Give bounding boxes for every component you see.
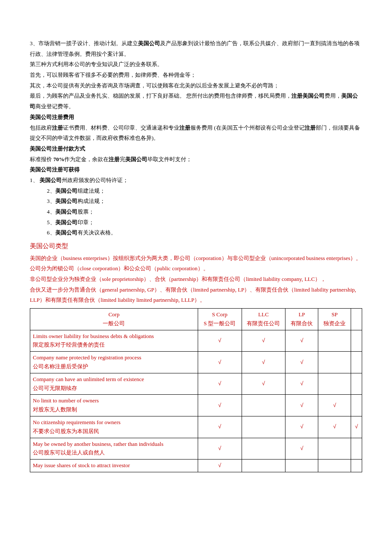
row-en: Company can have an unlimited term of ex… bbox=[33, 376, 144, 382]
check-cell: √ bbox=[351, 416, 362, 438]
para-red: 美国的企业（business enterprises）按组织形式分为两大类，即公… bbox=[30, 253, 362, 264]
table-row: Company can have an unlimited term of ex… bbox=[30, 373, 362, 395]
check-cell: √ bbox=[198, 330, 242, 352]
text: 组建法规； bbox=[78, 188, 105, 194]
para-red: 公司分为闭锁公司（close corporation）和公众公司（public … bbox=[30, 263, 362, 274]
text: 完 bbox=[120, 156, 125, 162]
text: 作为定金，余款在 bbox=[64, 156, 109, 162]
header-en: SP bbox=[331, 311, 337, 318]
text: 有关决议表格。 bbox=[78, 229, 116, 236]
obtain-list: 1、 美国公司州政府颁发的公司特许证； 2、美国公司组建法规； 3、美国公司构成… bbox=[30, 175, 362, 238]
text: 包括政府 bbox=[30, 124, 52, 131]
header-cn: 有限责任公司 bbox=[247, 320, 280, 327]
text-bold: 美国公司 bbox=[55, 229, 78, 236]
table-row: No citizenship requirements for owners不要… bbox=[30, 416, 362, 438]
check-cell bbox=[351, 460, 362, 472]
check-cell: √ bbox=[285, 438, 318, 460]
row-description: Company name protected by registration p… bbox=[30, 352, 198, 373]
header-corp: Corp 一般公司 bbox=[30, 309, 198, 330]
heading-payment-method: 美国公司注册付款方式 bbox=[30, 144, 362, 154]
check-cell bbox=[351, 438, 362, 460]
header-cn: 有限合伙 bbox=[291, 320, 313, 327]
check-cell bbox=[318, 330, 351, 352]
header-cn: 独资企业 bbox=[323, 320, 346, 327]
header-llc: LLC 有限责任公司 bbox=[242, 309, 285, 330]
table-row: May issue shares of stock to attract inv… bbox=[30, 460, 362, 472]
row-cn: 不要求公司股东为本国居民 bbox=[33, 428, 99, 434]
header-cn: S 型一般公司 bbox=[204, 320, 236, 327]
row-description: May be owned by another business, rather… bbox=[30, 438, 198, 460]
row-cn: 对股东无人数限制 bbox=[33, 406, 77, 413]
header-en: S Corp bbox=[212, 311, 227, 318]
header-lp: LP 有限合伙 bbox=[285, 309, 318, 330]
text: 服务费用 (在美国五十个州都设有公司企业登记 bbox=[190, 124, 305, 131]
header-extra bbox=[351, 309, 362, 330]
text: 最后，为顾客的产品及业务扎实、稳固的发展，打下良好基础。 您所付出的费用包含律师… bbox=[30, 92, 291, 99]
text: 构成法规； bbox=[78, 198, 105, 204]
header-en: Corp bbox=[108, 311, 119, 318]
table-row: Company name protected by registration p… bbox=[30, 352, 362, 373]
check-cell: √ bbox=[198, 395, 242, 416]
check-cell bbox=[318, 352, 351, 373]
text: 标准报价 bbox=[30, 156, 53, 162]
check-cell: √ bbox=[285, 416, 318, 438]
check-cell: √ bbox=[285, 395, 318, 416]
row-en: Limits owner liability for business debt… bbox=[33, 333, 154, 339]
text: 5、 bbox=[47, 219, 55, 225]
check-cell bbox=[242, 438, 285, 460]
para-red: 非公司型企业分为独资企业（sole proprietorship）、合伙（par… bbox=[30, 274, 362, 285]
para-last: 最后，为顾客的产品及业务扎实、稳固的发展，打下良好基础。 您所付出的费用包含律师… bbox=[30, 91, 362, 112]
text: 1、 bbox=[30, 177, 40, 183]
para-fee-detail: 包括政府注册证书费用、材料费、公司印章、交通速递和专业注册服务费用 (在美国五十… bbox=[30, 123, 362, 144]
check-cell bbox=[242, 395, 285, 416]
text-bold: 注册 bbox=[109, 156, 120, 162]
check-cell: √ bbox=[242, 330, 285, 352]
heading-registration-obtain: 美国公司注册可获得 bbox=[30, 165, 362, 175]
text-bold: 70% bbox=[53, 156, 64, 162]
para-second: 其次，本公司提供有关的业务咨询及市场调查，可以使顾客在北美的以后业务发展上避免不… bbox=[30, 81, 362, 91]
text: 印章； bbox=[78, 219, 94, 225]
table-row: No limit to number of owners对股东无人数限制√√√ bbox=[30, 395, 362, 416]
heading-registration-fee: 美国公司注册费用 bbox=[30, 112, 362, 123]
text: 州政府颁发的公司特许证； bbox=[62, 177, 128, 183]
check-cell bbox=[318, 373, 351, 395]
row-description: No citizenship requirements for owners不要… bbox=[30, 416, 198, 438]
row-description: Company can have an unlimited term of ex… bbox=[30, 373, 198, 395]
header-en: LLC bbox=[258, 311, 269, 318]
text-bold: 美国公司 bbox=[55, 198, 78, 204]
para-marketing: 3、市场营销一揽子设计、推动计划。从建立美国公司及产品形象到设计最恰当的广告，联… bbox=[30, 38, 362, 59]
list-item: 5、美国公司印章； bbox=[30, 217, 362, 228]
table-header-row: Corp 一般公司 S Corp S 型一般公司 LLC 有限责任公司 LP 有… bbox=[30, 309, 362, 330]
para-first: 首先，可以替顾客省下很多不必要的费用，如律师费、各种佣金等； bbox=[30, 70, 362, 81]
row-cn: 公司可无限期续存 bbox=[33, 385, 77, 391]
para-third-method: 第三种方式利用本公司的专业知识及广泛的业务联系。 bbox=[30, 59, 362, 70]
list-item: 4、美国公司股票； bbox=[30, 207, 362, 217]
text: 3、市场营销一揽子设计、推动计划。从建立 bbox=[30, 40, 138, 46]
text: 6、 bbox=[47, 229, 55, 236]
list-item: 2、美国公司组建法规； bbox=[30, 186, 362, 197]
check-cell bbox=[242, 416, 285, 438]
check-cell bbox=[351, 373, 362, 395]
list-item: 6、美国公司有关决议表格。 bbox=[30, 228, 362, 238]
check-cell: √ bbox=[242, 373, 285, 395]
text-bold: 美国公司 bbox=[55, 188, 78, 194]
check-cell: √ bbox=[198, 416, 242, 438]
text: 股票； bbox=[78, 208, 94, 215]
text: 商业登记费等。 bbox=[35, 103, 74, 110]
check-cell: √ bbox=[285, 352, 318, 373]
text-bold: 注册 bbox=[179, 124, 190, 131]
para-red: 合伙又进一步分为普通合伙（general partnership, GP）、有限… bbox=[30, 285, 362, 306]
list-item: 3、美国公司构成法规； bbox=[30, 196, 362, 207]
check-cell bbox=[351, 352, 362, 373]
row-cn: 公司名称注册后受保护 bbox=[33, 363, 88, 370]
list-item: 1、 美国公司州政府颁发的公司特许证； bbox=[30, 175, 362, 186]
text-bold: 美国公司 bbox=[55, 208, 78, 215]
row-description: No limit to number of owners对股东无人数限制 bbox=[30, 395, 198, 416]
row-en: Company name protected by registration p… bbox=[33, 354, 141, 361]
text-bold: 美国公司 bbox=[40, 177, 62, 183]
row-en: No limit to number of owners bbox=[33, 397, 99, 404]
text: 2、 bbox=[47, 188, 55, 194]
row-description: Limits owner liability for business debt… bbox=[30, 330, 198, 352]
text-bold: 美国公司 bbox=[125, 156, 147, 162]
row-en: May be owned by another business, rather… bbox=[33, 441, 164, 447]
